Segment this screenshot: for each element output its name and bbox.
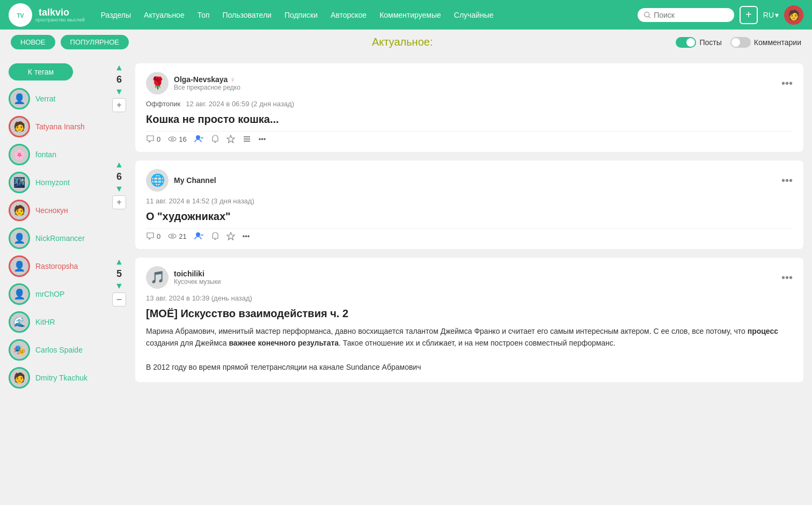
list-btn-1[interactable] — [243, 135, 251, 143]
nav-polzovateli[interactable]: Пользователи — [217, 8, 277, 23]
comment-btn-1[interactable]: 0 — [146, 135, 160, 143]
bell-btn-2[interactable] — [211, 232, 219, 240]
vote-add-3[interactable]: − — [112, 292, 126, 306]
nav-podpiski[interactable]: Подписки — [279, 8, 323, 23]
sidebar-username-tatyana: Tatyana Inarsh — [35, 122, 85, 131]
post-avatar-2: 🌐 — [146, 169, 169, 192]
post-menu-2[interactable]: ••• — [781, 174, 793, 187]
comment-btn-2[interactable]: 0 — [146, 232, 160, 240]
vote-down-3[interactable]: ▼ — [115, 282, 123, 290]
toggle-posts-item: Посты — [676, 37, 721, 48]
more-btn-1[interactable]: ••• — [259, 135, 266, 143]
post-card-1: 🌹 Olga-Nevskaya ♀ Все прекрасное редко •… — [135, 63, 803, 152]
post-author-sub-1: Все прекрасное редко — [174, 84, 240, 91]
follow-btn-1[interactable] — [194, 135, 204, 143]
posts-area: ▲ 6 ▼ + 🌹 Olga-Nevskaya ♀ Все прекрасное — [108, 63, 803, 395]
bell-btn-1[interactable] — [211, 135, 219, 143]
post-menu-3[interactable]: ••• — [781, 272, 793, 284]
nav-top[interactable]: Топ — [192, 8, 215, 23]
post-author-name-2: My Channel — [174, 176, 216, 185]
add-button[interactable]: + — [740, 6, 758, 24]
sidebar-item-nickromancer[interactable]: 👤 NickRomancer — [9, 228, 100, 249]
sidebar-username-dmitry: Dmitry Tkachuk — [35, 374, 87, 382]
vote-up-2[interactable]: ▲ — [115, 160, 123, 169]
main-layout: К тегам 👤 Verrat 🧑 Tatyana Inarsh 🌸 font… — [0, 55, 812, 404]
post-meta-1: Оффтопик 12 авг. 2024 в 06:59 (2 дня наз… — [146, 100, 793, 108]
sidebar-item-chesnokun[interactable]: 🧑 Чеснокун — [9, 200, 100, 221]
toggle-group: Посты Комментарии — [676, 37, 801, 48]
follow-btn-2[interactable] — [194, 232, 204, 240]
post-1-outer: ▲ 6 ▼ + 🌹 Olga-Nevskaya ♀ Все прекрасное — [108, 63, 803, 152]
nav-aktualnoe[interactable]: Актуальное — [138, 8, 190, 23]
post-title-3[interactable]: [МОЁ] Искусство взаимодействия ч. 2 — [146, 308, 793, 320]
post-author-info-2: My Channel — [174, 176, 216, 185]
btn-novoe[interactable]: НОВОЕ — [11, 35, 55, 49]
lang-button[interactable]: RU ▾ — [763, 11, 779, 19]
post-title-2[interactable]: О "художниках" — [146, 210, 793, 223]
bell-icon-1 — [211, 135, 219, 143]
vote-col-3: ▲ 5 ▼ − — [108, 258, 130, 306]
post-author-sub-3: Кусочек музыки — [174, 278, 221, 286]
list-icon-1 — [243, 135, 251, 143]
btn-populyarnoe[interactable]: ПОПУЛЯРНОЕ — [61, 35, 129, 49]
page-title: Актуальное: — [134, 36, 671, 48]
svg-marker-16 — [227, 232, 235, 240]
sidebar-item-hornyzont[interactable]: 🌃 Hornyzont — [9, 172, 100, 193]
sidebar-username-rastoropsha: Rastoropsha — [35, 262, 78, 270]
btn-k-tegam[interactable]: К тегам — [9, 63, 73, 80]
vote-up-3[interactable]: ▲ — [115, 258, 123, 266]
sidebar-item-mrchop[interactable]: 👤 mrChOP — [9, 283, 100, 305]
toggle-comments[interactable] — [730, 37, 751, 48]
sidebar-item-rastoropsha[interactable]: 👤 Rastoropsha — [9, 255, 100, 277]
svg-point-4 — [169, 137, 176, 141]
sidebar-item-carlos[interactable]: 🎭 Carlos Spaide — [9, 339, 100, 361]
views-btn-2: 21 — [168, 232, 186, 240]
sidebar-username-verrat: Verrat — [35, 94, 55, 103]
vote-down-1[interactable]: ▼ — [115, 87, 123, 96]
nav-kommentiruemye[interactable]: Комментируемые — [374, 8, 447, 23]
vote-down-2[interactable]: ▼ — [115, 185, 123, 193]
post-actions-2: 0 21 — [146, 228, 793, 240]
user-avatar-header[interactable]: 🧑 — [784, 5, 803, 25]
search-input[interactable] — [654, 11, 728, 19]
sidebar-item-verrat[interactable]: 👤 Verrat — [9, 88, 100, 109]
vote-col-2: ▲ 6 ▼ + — [108, 160, 130, 209]
search-box[interactable] — [638, 8, 734, 22]
sidebar-username-fontan: fontan — [35, 150, 56, 159]
eye-icon-2 — [168, 232, 177, 240]
nav-sluchajnye[interactable]: Случайные — [449, 8, 499, 23]
post-title-1[interactable]: Кошка не просто кошка... — [146, 113, 793, 126]
user-minus-icon-1 — [194, 135, 204, 143]
post-meta-3: 13 авг. 2024 в 10:39 (день назад) — [146, 294, 793, 302]
post-3-outer: ▲ 5 ▼ − 🎵 toichiliki Кусочек музыки — [108, 258, 803, 382]
logo-sub: пространство мыслей — [35, 17, 85, 23]
svg-rect-10 — [244, 138, 250, 140]
nav-razdelyy[interactable]: Разделы — [96, 8, 136, 23]
nav-avtorskoe[interactable]: Авторское — [325, 8, 372, 23]
gender-icon-1: ♀ — [230, 75, 236, 84]
sidebar-username-chesnokun: Чеснокун — [35, 206, 68, 215]
more-btn-2[interactable]: ••• — [243, 232, 250, 240]
logo-text: talkvio — [39, 7, 69, 18]
vote-add-2[interactable]: + — [112, 195, 126, 209]
vote-count-3: 5 — [116, 268, 122, 280]
sidebar-item-fontan[interactable]: 🌸 fontan — [9, 144, 100, 165]
sidebar-avatar-dmitry: 🧑 — [9, 367, 30, 389]
sidebar-item-dmitry[interactable]: 🧑 Dmitry Tkachuk — [9, 367, 100, 389]
star-btn-1[interactable] — [226, 135, 235, 143]
sidebar-username-carlos: Carlos Spaide — [35, 346, 83, 354]
post-time-1: 12 авг. 2024 в 06:59 (2 дня назад) — [186, 100, 294, 108]
vote-up-1[interactable]: ▲ — [115, 63, 123, 72]
toggle-posts[interactable] — [676, 37, 696, 48]
post-avatar-3: 🎵 — [146, 266, 169, 289]
post-author-area-3: 🎵 toichiliki Кусочек музыки — [146, 266, 221, 289]
sidebar-item-kithr[interactable]: 🌊 KitHR — [9, 311, 100, 333]
sidebar-item-tatyana[interactable]: 🧑 Tatyana Inarsh — [9, 116, 100, 137]
vote-col-1: ▲ 6 ▼ + — [108, 63, 130, 112]
comment-icon-2 — [146, 232, 155, 240]
logo-area[interactable]: TV talkvio пространство мыслей — [9, 3, 85, 27]
star-btn-2[interactable] — [226, 232, 235, 240]
post-menu-1[interactable]: ••• — [781, 77, 793, 90]
svg-point-13 — [171, 235, 173, 237]
vote-add-1[interactable]: + — [112, 98, 126, 112]
